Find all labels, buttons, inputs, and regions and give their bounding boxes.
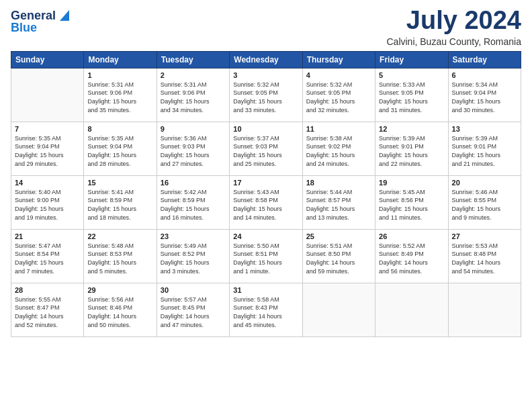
- day-number: 27: [452, 232, 517, 240]
- calendar-header-row: Sunday Monday Tuesday Wednesday Thursday…: [11, 51, 521, 68]
- day-info: Sunrise: 5:42 AM Sunset: 8:59 PM Dayligh…: [161, 188, 226, 222]
- day-info: Sunrise: 5:48 AM Sunset: 8:53 PM Dayligh…: [87, 242, 152, 275]
- calendar-cell-w1-d2: 2Sunrise: 5:31 AM Sunset: 9:06 PM Daylig…: [157, 68, 229, 122]
- day-number: 19: [379, 179, 444, 187]
- calendar-cell-w5-d6: [448, 283, 521, 336]
- calendar-cell-w3-d6: 20Sunrise: 5:46 AM Sunset: 8:55 PM Dayli…: [448, 175, 521, 229]
- calendar-cell-w3-d5: 19Sunrise: 5:45 AM Sunset: 8:56 PM Dayli…: [375, 175, 448, 229]
- calendar-cell-w2-d2: 9Sunrise: 5:36 AM Sunset: 9:03 PM Daylig…: [157, 122, 229, 175]
- day-info: Sunrise: 5:47 AM Sunset: 8:54 PM Dayligh…: [15, 242, 80, 275]
- day-number: 25: [306, 232, 371, 240]
- calendar-cell-w2-d1: 8Sunrise: 5:35 AM Sunset: 9:04 PM Daylig…: [84, 122, 157, 175]
- day-info: Sunrise: 5:31 AM Sunset: 9:06 PM Dayligh…: [87, 81, 152, 114]
- calendar-cell-w4-d4: 25Sunrise: 5:51 AM Sunset: 8:50 PM Dayli…: [302, 229, 375, 283]
- calendar-cell-w4-d1: 22Sunrise: 5:48 AM Sunset: 8:53 PM Dayli…: [84, 229, 157, 283]
- col-friday: Friday: [375, 51, 448, 68]
- logo-triangle-icon: [57, 9, 69, 21]
- calendar-cell-w3-d0: 14Sunrise: 5:40 AM Sunset: 9:00 PM Dayli…: [11, 175, 84, 229]
- col-wednesday: Wednesday: [230, 51, 302, 68]
- day-number: 16: [161, 179, 226, 187]
- day-number: 28: [15, 286, 80, 294]
- day-number: 10: [233, 125, 298, 133]
- day-info: Sunrise: 5:37 AM Sunset: 9:03 PM Dayligh…: [233, 134, 298, 168]
- week-row-1: 1Sunrise: 5:31 AM Sunset: 9:06 PM Daylig…: [11, 68, 521, 122]
- calendar-cell-w1-d1: 1Sunrise: 5:31 AM Sunset: 9:06 PM Daylig…: [84, 68, 157, 122]
- day-number: 11: [306, 125, 371, 133]
- day-number: 4: [306, 71, 371, 79]
- day-number: 18: [306, 179, 371, 187]
- calendar-cell-w3-d2: 16Sunrise: 5:42 AM Sunset: 8:59 PM Dayli…: [157, 175, 229, 229]
- day-number: 23: [161, 232, 226, 240]
- day-info: Sunrise: 5:50 AM Sunset: 8:51 PM Dayligh…: [233, 242, 298, 275]
- day-number: 26: [379, 232, 444, 240]
- calendar-cell-w4-d5: 26Sunrise: 5:52 AM Sunset: 8:49 PM Dayli…: [375, 229, 448, 283]
- calendar-cell-w4-d6: 27Sunrise: 5:53 AM Sunset: 8:48 PM Dayli…: [448, 229, 521, 283]
- calendar-cell-w4-d0: 21Sunrise: 5:47 AM Sunset: 8:54 PM Dayli…: [11, 229, 84, 283]
- day-number: 17: [233, 179, 298, 187]
- calendar-cell-w4-d2: 23Sunrise: 5:49 AM Sunset: 8:52 PM Dayli…: [157, 229, 229, 283]
- day-info: Sunrise: 5:36 AM Sunset: 9:03 PM Dayligh…: [161, 134, 226, 168]
- day-info: Sunrise: 5:56 AM Sunset: 8:46 PM Dayligh…: [87, 295, 152, 329]
- calendar-cell-w5-d3: 31Sunrise: 5:58 AM Sunset: 8:43 PM Dayli…: [230, 283, 302, 336]
- calendar-cell-w2-d5: 12Sunrise: 5:39 AM Sunset: 9:01 PM Dayli…: [375, 122, 448, 175]
- day-number: 5: [379, 71, 444, 79]
- logo-blue: Blue: [11, 21, 37, 34]
- day-number: 13: [452, 125, 517, 133]
- calendar-cell-w5-d0: 28Sunrise: 5:55 AM Sunset: 8:47 PM Dayli…: [11, 283, 84, 336]
- day-info: Sunrise: 5:31 AM Sunset: 9:06 PM Dayligh…: [161, 81, 226, 114]
- day-number: 29: [87, 286, 152, 294]
- calendar-cell-w5-d2: 30Sunrise: 5:57 AM Sunset: 8:45 PM Dayli…: [157, 283, 229, 336]
- svg-marker-0: [60, 10, 69, 21]
- week-row-4: 21Sunrise: 5:47 AM Sunset: 8:54 PM Dayli…: [11, 229, 521, 283]
- day-info: Sunrise: 5:46 AM Sunset: 8:55 PM Dayligh…: [452, 188, 517, 222]
- page: General Blue July 2024 Calvini, Buzau Co…: [0, 0, 532, 411]
- calendar-title: July 2024: [386, 7, 521, 35]
- day-info: Sunrise: 5:41 AM Sunset: 8:59 PM Dayligh…: [87, 188, 152, 222]
- calendar-cell-w5-d5: [375, 283, 448, 336]
- day-info: Sunrise: 5:44 AM Sunset: 8:57 PM Dayligh…: [306, 188, 371, 222]
- day-info: Sunrise: 5:33 AM Sunset: 9:05 PM Dayligh…: [379, 81, 444, 114]
- day-number: 2: [161, 71, 226, 79]
- calendar-cell-w5-d4: [302, 283, 375, 336]
- day-number: 30: [161, 286, 226, 294]
- day-number: 14: [15, 179, 80, 187]
- calendar-cell-w3-d1: 15Sunrise: 5:41 AM Sunset: 8:59 PM Dayli…: [84, 175, 157, 229]
- header: General Blue July 2024 Calvini, Buzau Co…: [11, 7, 521, 47]
- calendar-cell-w2-d3: 10Sunrise: 5:37 AM Sunset: 9:03 PM Dayli…: [230, 122, 302, 175]
- day-info: Sunrise: 5:40 AM Sunset: 9:00 PM Dayligh…: [15, 188, 80, 222]
- day-info: Sunrise: 5:45 AM Sunset: 8:56 PM Dayligh…: [379, 188, 444, 222]
- calendar-cell-w3-d3: 17Sunrise: 5:43 AM Sunset: 8:58 PM Dayli…: [230, 175, 302, 229]
- calendar-cell-w2-d6: 13Sunrise: 5:39 AM Sunset: 9:01 PM Dayli…: [448, 122, 521, 175]
- week-row-5: 28Sunrise: 5:55 AM Sunset: 8:47 PM Dayli…: [11, 283, 521, 336]
- day-number: 12: [379, 125, 444, 133]
- day-info: Sunrise: 5:35 AM Sunset: 9:04 PM Dayligh…: [87, 134, 152, 168]
- calendar-cell-w2-d0: 7Sunrise: 5:35 AM Sunset: 9:04 PM Daylig…: [11, 122, 84, 175]
- logo-general: General: [11, 9, 56, 21]
- day-info: Sunrise: 5:38 AM Sunset: 9:02 PM Dayligh…: [306, 134, 371, 168]
- day-info: Sunrise: 5:57 AM Sunset: 8:45 PM Dayligh…: [161, 295, 226, 329]
- day-number: 6: [452, 71, 517, 79]
- day-info: Sunrise: 5:55 AM Sunset: 8:47 PM Dayligh…: [15, 295, 80, 329]
- calendar-cell-w4-d3: 24Sunrise: 5:50 AM Sunset: 8:51 PM Dayli…: [230, 229, 302, 283]
- day-info: Sunrise: 5:52 AM Sunset: 8:49 PM Dayligh…: [379, 242, 444, 275]
- calendar-cell-w1-d4: 4Sunrise: 5:32 AM Sunset: 9:05 PM Daylig…: [302, 68, 375, 122]
- day-number: 3: [233, 71, 298, 79]
- day-info: Sunrise: 5:49 AM Sunset: 8:52 PM Dayligh…: [161, 242, 226, 275]
- calendar-subtitle: Calvini, Buzau County, Romania: [386, 36, 521, 47]
- col-saturday: Saturday: [448, 51, 521, 68]
- day-info: Sunrise: 5:58 AM Sunset: 8:43 PM Dayligh…: [233, 295, 298, 329]
- day-number: 9: [161, 125, 226, 133]
- day-number: 15: [87, 179, 152, 187]
- day-info: Sunrise: 5:39 AM Sunset: 9:01 PM Dayligh…: [452, 134, 517, 168]
- day-number: 1: [87, 71, 152, 79]
- day-info: Sunrise: 5:35 AM Sunset: 9:04 PM Dayligh…: [15, 134, 80, 168]
- day-number: 31: [233, 286, 298, 294]
- calendar-cell-w1-d0: [11, 68, 84, 122]
- calendar-cell-w2-d4: 11Sunrise: 5:38 AM Sunset: 9:02 PM Dayli…: [302, 122, 375, 175]
- day-info: Sunrise: 5:39 AM Sunset: 9:01 PM Dayligh…: [379, 134, 444, 168]
- day-info: Sunrise: 5:34 AM Sunset: 9:04 PM Dayligh…: [452, 81, 517, 114]
- day-number: 22: [87, 232, 152, 240]
- day-number: 7: [15, 125, 80, 133]
- calendar-cell-w5-d1: 29Sunrise: 5:56 AM Sunset: 8:46 PM Dayli…: [84, 283, 157, 336]
- col-thursday: Thursday: [302, 51, 375, 68]
